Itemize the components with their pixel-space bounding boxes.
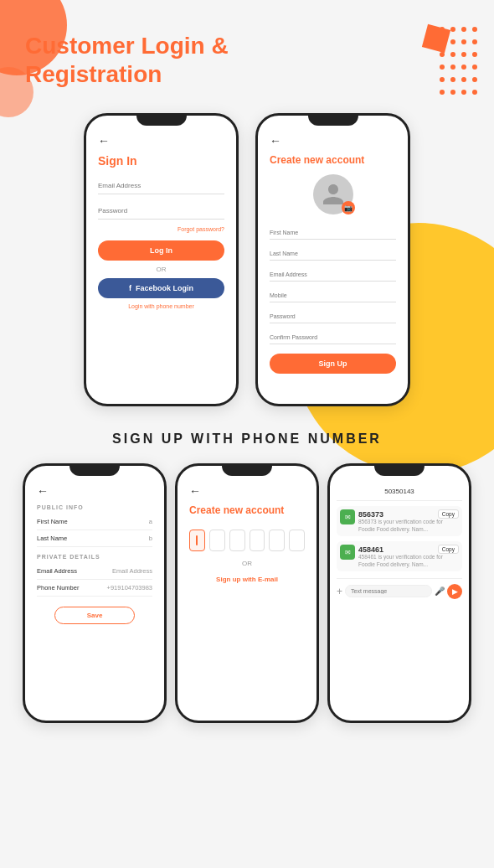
sms-code-2: 458461 <box>358 545 383 554</box>
phone-profile: ← PUBLIC INFO First Name a Last Name b P… <box>23 463 167 723</box>
facebook-login-button[interactable]: f Facebook Login <box>98 278 224 298</box>
back-arrow-4[interactable]: ← <box>189 484 305 498</box>
first-name-field[interactable] <box>270 226 396 240</box>
avatar-circle: 📷 <box>313 174 353 214</box>
or-divider-1: OR <box>98 266 224 273</box>
copy-button-1[interactable]: Copy <box>438 509 459 519</box>
phone-signin: ← Sign In Forgot password? Log In OR f F… <box>84 113 239 406</box>
back-arrow-1[interactable]: ← <box>98 134 224 147</box>
phone-register: ← Create new account 📷 Sign Up <box>255 113 410 406</box>
send-arrow-icon: ▶ <box>452 587 458 596</box>
phone-row: Phone Number +919104703983 <box>37 580 152 597</box>
otp-box-2[interactable] <box>209 530 225 551</box>
section-phone-title: SIGN UP WITH PHONE NUMBER <box>0 415 494 455</box>
email-value-p: Email Address <box>112 567 152 575</box>
phone-notch-4 <box>222 466 272 476</box>
svg-rect-0 <box>196 535 198 545</box>
private-details-label: PRIVATE DETAILS <box>37 554 152 560</box>
sms-message-input[interactable] <box>345 585 432 597</box>
phone-otp: ← Create new account OR Sign up with E-m… <box>175 463 319 723</box>
otp-box-3[interactable] <box>229 530 245 551</box>
password-field[interactable] <box>98 203 224 220</box>
confirm-password-field[interactable] <box>270 331 396 344</box>
sms-add-icon[interactable]: + <box>337 586 342 597</box>
otp-box-4[interactable] <box>250 530 265 551</box>
or-label-otp: OR <box>189 560 305 567</box>
email-signup-link[interactable]: Sign up with E-mail <box>189 576 305 583</box>
signin-screen: ← Sign In Forgot password? Log In OR f F… <box>86 116 236 404</box>
last-name-value: b <box>149 535 152 542</box>
avatar-person-icon <box>321 182 346 207</box>
sms-input-row: + 🎤 ▶ <box>337 578 462 599</box>
page-title: Customer Login & Registration <box>25 32 469 88</box>
camera-icon[interactable]: 📷 <box>342 201 355 214</box>
sms-app-icon-1: ✉ <box>340 509 355 524</box>
sms-phone-number: 50350143 <box>337 481 462 501</box>
mobile-field[interactable] <box>270 289 396 302</box>
register-screen: ← Create new account 📷 Sign Up <box>258 116 408 404</box>
sms-screen: 50350143 ✉ 856373 Copy 856373 is your ve… <box>330 466 469 721</box>
phone-notch-1 <box>136 116 187 126</box>
login-button[interactable]: Log In <box>98 240 224 261</box>
back-arrow-2[interactable]: ← <box>270 134 396 147</box>
header: Customer Login & Registration <box>0 0 494 96</box>
email-field[interactable] <box>98 178 224 194</box>
first-name-label: First Name <box>37 518 68 525</box>
back-arrow-3[interactable]: ← <box>37 484 152 498</box>
signin-title: Sign In <box>98 154 224 168</box>
public-info-label: PUBLIC INFO <box>37 504 152 510</box>
sms-item-1: ✉ 856373 Copy 856373 is your verificatio… <box>337 506 462 536</box>
phone-label-p: Phone Number <box>37 584 79 592</box>
phones-row-2: ← PUBLIC INFO First Name a Last Name b P… <box>0 455 494 748</box>
sms-content-2: 458461 Copy 458461 is your verification … <box>358 545 459 568</box>
otp-box-5[interactable] <box>269 530 285 551</box>
phone-notch-5 <box>374 466 425 476</box>
phone-notch-3 <box>69 466 120 476</box>
first-name-row: First Name a <box>37 514 152 530</box>
copy-button-2[interactable]: Copy <box>438 545 459 554</box>
phone-sms: 50350143 ✉ 856373 Copy 856373 is your ve… <box>327 463 471 723</box>
phone-notch-2 <box>308 116 358 126</box>
last-name-label: Last Name <box>37 535 67 542</box>
sms-text-2: 458461 is your verification code for Foo… <box>358 554 459 568</box>
profile-screen: ← PUBLIC INFO First Name a Last Name b P… <box>25 466 164 721</box>
otp-cursor-icon <box>193 535 201 545</box>
phone-login-link[interactable]: Login with phone number <box>98 303 224 309</box>
phones-row-1: ← Sign In Forgot password? Log In OR f F… <box>0 96 494 415</box>
last-name-row: Last Name b <box>37 530 152 547</box>
sms-send-button[interactable]: ▶ <box>447 584 462 599</box>
otp-box-1[interactable] <box>189 530 205 551</box>
phone-value-p: +919104703983 <box>107 584 152 592</box>
email-address-field[interactable] <box>270 268 396 282</box>
otp-box-6[interactable] <box>289 530 305 551</box>
sms-content-1: 856373 Copy 856373 is your verification … <box>358 509 459 533</box>
create-account-title: Create new account <box>270 154 396 166</box>
last-name-field[interactable] <box>270 247 396 261</box>
sms-text-1: 856373 is your verification code for Foo… <box>358 519 459 533</box>
forgot-password-link[interactable]: Forgot password? <box>98 226 224 232</box>
otp-screen: ← Create new account OR Sign up with E-m… <box>178 466 316 721</box>
sms-app-icon-2: ✉ <box>340 545 355 560</box>
avatar-area: 📷 <box>270 174 396 214</box>
save-button[interactable]: Save <box>54 607 136 624</box>
sms-mic-icon[interactable]: 🎤 <box>435 586 445 596</box>
email-row: Email Address Email Address <box>37 563 152 580</box>
otp-boxes-container <box>189 530 305 551</box>
email-label-p: Email Address <box>37 567 77 575</box>
facebook-icon: f <box>129 284 131 292</box>
sms-code-1: 856373 <box>358 510 383 519</box>
signup-button[interactable]: Sign Up <box>270 354 396 374</box>
first-name-value: a <box>149 518 152 525</box>
sms-item-2: ✉ 458461 Copy 458461 is your verificatio… <box>337 541 462 571</box>
otp-create-title: Create new account <box>189 504 305 516</box>
register-password-field[interactable] <box>270 310 396 323</box>
